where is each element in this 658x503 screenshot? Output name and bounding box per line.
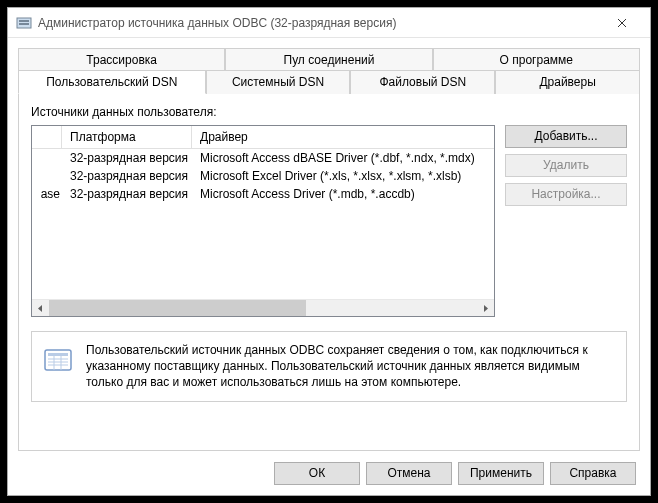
list-body: 32-разрядная версия Microsoft Access dBA… [32,149,494,299]
tab-about[interactable]: О программе [433,48,640,71]
cancel-button[interactable]: Отмена [366,462,452,485]
odbc-admin-window: Администратор источника данных ODBC (32-… [7,7,651,496]
scroll-thumb[interactable] [49,300,306,317]
info-box: Пользовательский источник данных ODBC со… [31,331,627,402]
tab-pooling[interactable]: Пул соединений [225,48,432,71]
info-icon [42,344,74,376]
cell-platform: 32-разрядная версия [62,185,192,203]
scroll-right-icon[interactable] [477,300,494,317]
tabs-row-top: Трассировка Пул соединений О программе [18,48,640,71]
svg-rect-4 [48,353,68,356]
list-row[interactable]: 32-разрядная версия Microsoft Excel Driv… [32,167,494,185]
column-name-clip[interactable] [32,126,62,148]
cell-driver: Microsoft Access dBASE Driver (*.dbf, *.… [192,149,494,167]
ok-button[interactable]: ОК [274,462,360,485]
dialog-footer: ОК Отмена Применить Справка [8,451,650,495]
side-buttons: Добавить... Удалить Настройка... [505,125,627,317]
configure-button[interactable]: Настройка... [505,183,627,206]
tab-panel-user-dsn: Источники данных пользователя: Платформа… [18,93,640,451]
svg-rect-2 [19,23,29,25]
tabs-container: Трассировка Пул соединений О программе П… [8,38,650,451]
tab-file-dsn[interactable]: Файловый DSN [350,70,495,94]
info-text: Пользовательский источник данных ODBC со… [86,342,616,391]
cell-driver: Microsoft Access Driver (*.mdb, *.accdb) [192,185,494,203]
help-button[interactable]: Справка [550,462,636,485]
app-icon [16,15,32,31]
tabs-row-bottom: Пользовательский DSN Системный DSN Файло… [18,70,640,94]
cell-name: ase [32,185,62,203]
remove-button[interactable]: Удалить [505,154,627,177]
svg-rect-1 [19,20,29,22]
scroll-left-icon[interactable] [32,300,49,317]
cell-driver: Microsoft Excel Driver (*.xls, *.xlsx, *… [192,167,494,185]
sources-label: Источники данных пользователя: [31,105,627,119]
tab-tracing[interactable]: Трассировка [18,48,225,71]
tab-drivers[interactable]: Драйверы [495,70,640,94]
list-header: Платформа Драйвер [32,126,494,149]
cell-name [32,149,62,167]
apply-button[interactable]: Применить [458,462,544,485]
column-driver[interactable]: Драйвер [192,126,494,148]
titlebar: Администратор источника данных ODBC (32-… [8,8,650,38]
close-button[interactable] [602,9,642,37]
column-platform[interactable]: Платформа [62,126,192,148]
horizontal-scrollbar[interactable] [32,299,494,316]
add-button[interactable]: Добавить... [505,125,627,148]
list-row[interactable]: 32-разрядная версия Microsoft Access dBA… [32,149,494,167]
window-title: Администратор источника данных ODBC (32-… [38,16,602,30]
list-row[interactable]: ase 32-разрядная версия Microsoft Access… [32,185,494,203]
scroll-track[interactable] [49,300,477,317]
tab-system-dsn[interactable]: Системный DSN [206,70,351,94]
cell-platform: 32-разрядная версия [62,167,192,185]
tab-user-dsn[interactable]: Пользовательский DSN [18,70,206,94]
cell-name [32,167,62,185]
data-sources-list[interactable]: Платформа Драйвер 32-разрядная версия Mi… [31,125,495,317]
cell-platform: 32-разрядная версия [62,149,192,167]
